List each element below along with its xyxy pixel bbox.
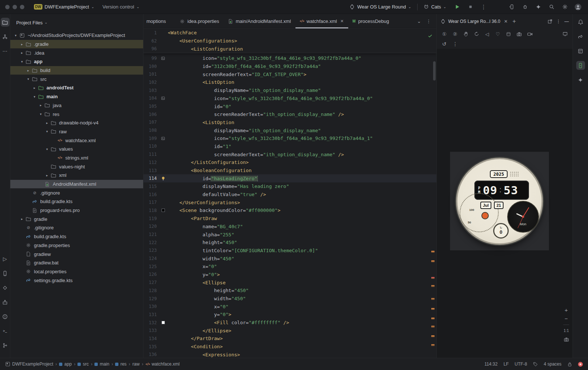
tree-item-build-gradle-kts[interactable]: build.gradle.kts xyxy=(10,197,143,206)
indent-widget[interactable]: 4 spaces xyxy=(544,362,561,367)
code-line-103[interactable]: 103displayName="ith_option_display_name" xyxy=(143,86,436,95)
code-line-1[interactable]: 1<WatchFace xyxy=(143,29,436,37)
code-line-129[interactable]: 129width="450" xyxy=(143,295,436,303)
tree-item-local-properties[interactable]: local.properties xyxy=(10,267,143,276)
code-line-116[interactable]: 116defaultValue="true" /> xyxy=(143,191,436,199)
panel-options-icon[interactable]: ⋮ xyxy=(555,19,562,24)
tree-item-values[interactable]: ▾values xyxy=(10,145,143,154)
chevron-collapsed-icon[interactable]: ▸ xyxy=(19,42,25,46)
tree-item-proguard-rules-pro[interactable]: proguard-rules.pro xyxy=(10,206,143,215)
tree-item-gradlew-bat[interactable]: gradlew.bat xyxy=(10,258,143,267)
notification-badge[interactable] xyxy=(578,362,583,367)
code-line-108[interactable]: 108displayName="ith_option_display_name" xyxy=(143,126,436,134)
chevron-expanded-icon[interactable]: ▾ xyxy=(44,130,50,133)
line-separator-widget[interactable]: LF xyxy=(504,362,509,367)
window-minimize-button[interactable] xyxy=(13,5,17,9)
hidden-tabs-icon[interactable]: ⌄ xyxy=(415,18,423,24)
code-line-126[interactable]: 126y="0"> xyxy=(143,271,436,279)
tag-icon[interactable] xyxy=(533,362,538,367)
chevron-collapsed-icon[interactable]: ▸ xyxy=(19,51,25,55)
chevron-collapsed-icon[interactable]: ▸ xyxy=(31,86,38,90)
tree-item-raw[interactable]: ▾raw xyxy=(10,127,143,136)
panel-screenshot-button[interactable] xyxy=(564,337,569,342)
tree-item-gitignore[interactable]: ⊘.gitignore xyxy=(10,188,143,197)
run-tool-window-icon[interactable]: ▷ xyxy=(1,254,10,263)
editor-scrollbar[interactable] xyxy=(433,61,436,80)
chevron-expanded-icon[interactable]: ▾ xyxy=(25,77,31,81)
run-config-selector[interactable]: Cats ⌄ xyxy=(421,3,449,11)
editor-tab-moptions[interactable]: moptions xyxy=(143,14,175,28)
breadcrumb-res[interactable]: res xyxy=(115,362,127,367)
vcs-widget[interactable]: Version control ⌄ xyxy=(100,3,142,11)
zoom-in-button[interactable]: + xyxy=(565,308,568,313)
tree-item-build-gradle-kts[interactable]: build.gradle.kts xyxy=(10,232,143,241)
tree-item-androidtest[interactable]: ▸androidTest xyxy=(10,83,143,92)
code-line-132[interactable]: 132<Fill color="#ffffffff" /> xyxy=(143,319,436,327)
chevron-expanded-icon[interactable]: ▾ xyxy=(38,112,44,116)
analysis-marker[interactable] xyxy=(431,308,435,310)
project-panel-header[interactable]: Project Files ⌄ xyxy=(10,14,143,31)
window-close-button[interactable] xyxy=(5,5,10,9)
code-line-104[interactable]: 104icon="style_wfs_312c30bf_f64a_461e_9c… xyxy=(143,95,436,103)
code-line-107[interactable]: 107<ListOption xyxy=(143,119,436,127)
encoding-widget[interactable]: UTF-8 xyxy=(515,362,527,367)
more-actions-icon[interactable]: ⋮ xyxy=(479,2,488,12)
chevron-expanded-icon[interactable]: ▾ xyxy=(19,60,25,64)
hide-panel-icon[interactable]: — xyxy=(564,19,569,24)
apps-overview-icon[interactable] xyxy=(504,30,513,38)
breadcrumb-src[interactable]: src xyxy=(77,362,89,367)
tree-item-java[interactable]: ▸java xyxy=(10,101,143,110)
code-line-113[interactable]: 113<BooleanConfiguration xyxy=(143,167,436,175)
tree-item-main[interactable]: ▾main xyxy=(10,92,143,101)
gradle-tool-icon[interactable] xyxy=(576,32,585,41)
tree-item-gradlew[interactable]: gradlew xyxy=(10,250,143,258)
code-line-115[interactable]: 115displayName="Has leading zero" xyxy=(143,182,436,191)
profiler-bug-icon[interactable] xyxy=(520,2,530,12)
breadcrumb-app[interactable]: app xyxy=(59,362,72,367)
version-control-tool-icon[interactable] xyxy=(1,341,10,350)
screen-record-icon[interactable] xyxy=(525,30,535,38)
tree-item-values-night[interactable]: values-night xyxy=(10,162,143,171)
terminal-tool-icon[interactable]: >_ xyxy=(1,326,10,335)
code-line-128[interactable]: 128height="450" xyxy=(143,287,436,295)
analysis-marker[interactable] xyxy=(431,251,435,253)
problems-tool-icon[interactable] xyxy=(1,312,10,321)
more-tools-icon[interactable]: ⋯ xyxy=(1,47,10,55)
tree-item-watchface-xml[interactable]: </>watchface.xml xyxy=(10,136,143,145)
code-line-96[interactable]: 96<ListConfiguration xyxy=(143,45,436,53)
analysis-marker[interactable] xyxy=(431,335,435,337)
code-line-119[interactable]: 119<PartDraw xyxy=(143,215,436,223)
device-manager-icon[interactable] xyxy=(1,269,10,278)
tree-item-strings-xml[interactable]: </>strings.xml xyxy=(10,154,143,162)
code-line-136[interactable]: 136<Expressions> xyxy=(143,351,436,358)
tree-item-settings-gradle-kts[interactable]: settings.gradle.kts xyxy=(10,276,143,285)
chevron-expanded-icon[interactable]: ▾ xyxy=(31,95,38,99)
tree-item-gradle-properties[interactable]: gradle.properties xyxy=(10,241,143,250)
breadcrumb-dwfexampleproject[interactable]: DWFExampleProject xyxy=(5,362,53,367)
running-devices-tool-icon[interactable] xyxy=(576,61,585,70)
zoom-out-button[interactable]: − xyxy=(565,316,568,321)
structure-tool-icon[interactable] xyxy=(1,32,10,41)
editor-tab-processdebug[interactable]: MprocessDebug xyxy=(348,14,394,28)
screenshot-camera-icon[interactable] xyxy=(515,30,524,38)
wear-button-2-icon[interactable]: ② xyxy=(450,30,460,38)
code-line-99[interactable]: 99icon="style_wfs_312c30bf_f64a_461e_9c9… xyxy=(143,54,436,62)
code-line-125[interactable]: 125x="0" xyxy=(143,263,436,271)
readonly-lock-icon[interactable] xyxy=(567,362,572,367)
user-avatar[interactable] xyxy=(573,2,583,12)
analysis-marker[interactable] xyxy=(431,285,435,287)
code-line-133[interactable]: 133</Ellipse> xyxy=(143,326,436,335)
code-line-120[interactable]: 120name="BG_40c7" xyxy=(143,223,436,231)
tilt-gesture-icon[interactable] xyxy=(472,30,481,38)
toolbar-more-icon[interactable]: ⋮ xyxy=(451,40,460,48)
editor-tab-main-androidmanifest-xml[interactable]: main/AndroidManifest.xml xyxy=(224,14,295,28)
code-area[interactable]: 99icon="style_wfs_312c30bf_f64a_461e_9c9… xyxy=(143,53,436,358)
gemini-icon[interactable] xyxy=(533,2,543,12)
tree-item-res[interactable]: ▾res xyxy=(10,110,143,119)
code-line-122[interactable]: 122height="450" xyxy=(143,239,436,247)
project-tool-window-icon[interactable] xyxy=(1,18,10,27)
tree-item-app[interactable]: ▾app xyxy=(10,57,143,66)
code-line-127[interactable]: 127<Ellipse xyxy=(143,278,436,287)
analysis-marker[interactable] xyxy=(431,344,435,346)
code-line-130[interactable]: 130x="0" xyxy=(143,302,436,311)
